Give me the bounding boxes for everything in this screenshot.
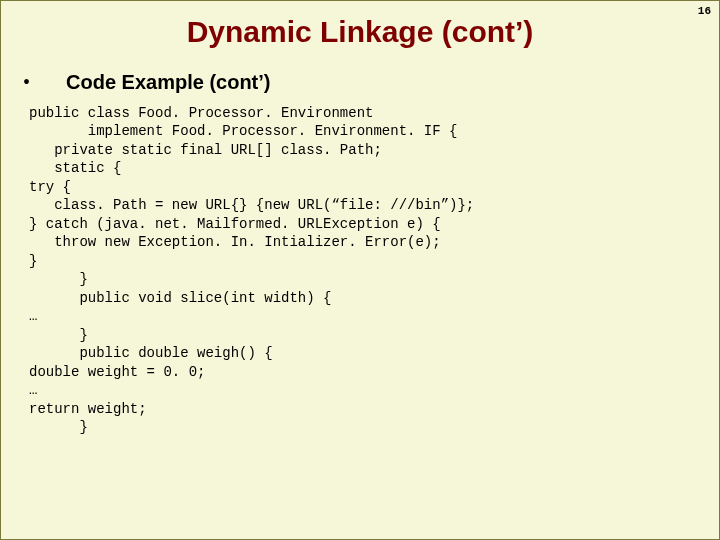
slide: 16 Dynamic Linkage (cont’) • Code Exampl… (0, 0, 720, 540)
code-block: public class Food. Processor. Environmen… (29, 104, 719, 436)
section-subhead: Code Example (cont’) (66, 71, 270, 94)
bullet-dot-icon: • (23, 72, 30, 92)
bullet-item: • Code Example (cont’) (23, 71, 719, 94)
page-title: Dynamic Linkage (cont’) (1, 15, 719, 49)
page-number: 16 (698, 5, 711, 17)
